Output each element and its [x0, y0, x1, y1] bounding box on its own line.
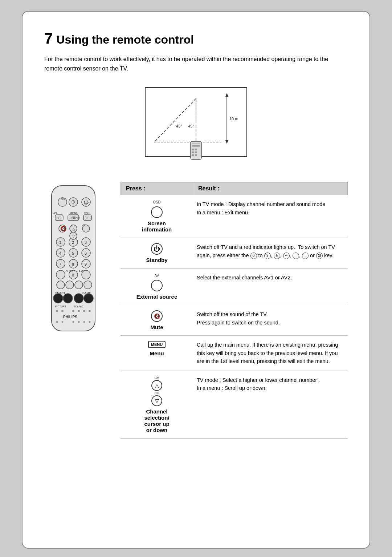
osd-label: OSD [153, 200, 161, 204]
svg-text:◁: ◁ [57, 215, 61, 220]
svg-text:🔇: 🔇 [60, 226, 67, 232]
press-label-external: External source [136, 294, 177, 300]
osd-icon [151, 206, 163, 218]
svg-text:▽: ▽ [72, 234, 75, 238]
svg-text:SURF: SURF [66, 270, 73, 273]
table-header: Press : Result : [121, 182, 348, 195]
svg-rect-19 [192, 154, 194, 156]
circle2-icon [302, 253, 309, 259]
result-cell-screen: In TV mode : Display channel number and … [193, 200, 348, 233]
svg-text:7: 7 [59, 262, 61, 266]
svg-point-67 [82, 270, 90, 279]
result-cell-external: Select the external channels AV1 or AV2. [193, 274, 348, 300]
svg-text:5: 5 [72, 251, 74, 255]
circled-0: 0 [250, 253, 257, 259]
svg-point-62 [56, 270, 65, 279]
menu-icon: MENU [148, 341, 166, 348]
svg-point-87 [56, 321, 58, 323]
table-row: CH △ CH ▽ Channelselection/cursor upor d… [121, 371, 348, 439]
svg-rect-17 [192, 152, 194, 153]
svg-text:⊕: ⊕ [71, 199, 75, 205]
table-row: OSD Screeninformation In TV mode : Displ… [121, 195, 348, 238]
ch-label-up: CH [155, 376, 159, 380]
power2-icon: ⏻ [316, 253, 323, 259]
svg-point-70 [75, 281, 83, 289]
svg-point-81 [61, 310, 64, 312]
svg-rect-15 [192, 149, 194, 150]
ch-down-arrow: ▽ [151, 395, 162, 406]
svg-text:3: 3 [85, 240, 87, 245]
svg-text:45°: 45° [176, 124, 182, 128]
svg-rect-18 [195, 152, 197, 153]
svg-text:45°: 45° [188, 124, 194, 128]
ch-up-arrow: △ [151, 380, 162, 391]
ch-label-down: CH [155, 391, 159, 395]
table-row: ⏻ Standby Switch off TV and a red indica… [121, 238, 348, 269]
svg-point-74 [53, 294, 63, 303]
svg-text:△: △ [72, 227, 75, 231]
av-icon [151, 280, 163, 291]
result-cell-channel: TV mode : Select a higher or lower chann… [193, 376, 348, 433]
circled-9: 9 [264, 253, 271, 259]
power-icon: ⏻ [151, 243, 163, 255]
remote-container: OSD ⊕ ⏻ VOL ◁ MENU MENU VOL ▷ 🔇 [44, 182, 110, 336]
press-cell-external: AV External source [121, 274, 193, 300]
svg-text:▷: ▷ [85, 215, 89, 220]
mute-icon: 🔇 [151, 310, 163, 322]
svg-text:8: 8 [72, 262, 74, 266]
press-cell-channel: CH △ CH ▽ Channelselection/cursor upor d… [121, 376, 193, 433]
svg-point-68 [57, 281, 65, 289]
svg-text:SOUND: SOUND [74, 305, 83, 308]
diagram-area: 45° 45° 10 m [44, 84, 348, 167]
press-label-standby: Standby [146, 257, 167, 263]
result-header: Result : [193, 182, 348, 195]
av-label: AV [155, 274, 159, 278]
result-cell-standby: Switch off TV and a red indicator lights… [193, 243, 348, 263]
table-row: 🔇 Mute Switch off the sound of the TV. P… [121, 305, 348, 336]
svg-point-88 [62, 321, 64, 323]
svg-text:PHILIPS: PHILIPS [63, 315, 77, 319]
section-title: Using the remote control [56, 33, 194, 47]
svg-rect-20 [195, 154, 197, 156]
svg-text:⏻: ⏻ [83, 199, 89, 205]
svg-text:2: 2 [72, 240, 74, 245]
svg-point-92 [89, 321, 91, 323]
press-label-menu: Menu [150, 350, 164, 356]
svg-text:9: 9 [85, 262, 87, 266]
diagram-svg: 45° 45° 10 m [134, 84, 258, 167]
svg-point-85 [89, 310, 91, 312]
svg-text:MENU: MENU [70, 211, 78, 215]
press-header: Press : [121, 182, 193, 195]
svg-point-43 [82, 225, 90, 232]
svg-point-83 [78, 310, 80, 312]
channel-icon: CH △ CH ▽ [151, 376, 162, 406]
result-cell-mute: Switch off the sound of the TV. Press ag… [193, 310, 348, 330]
svg-text:6: 6 [85, 251, 87, 255]
press-cell-mute: 🔇 Mute [121, 310, 193, 330]
svg-point-69 [66, 281, 74, 289]
svg-point-84 [83, 310, 85, 312]
svg-point-90 [78, 321, 80, 323]
svg-text:4: 4 [59, 251, 61, 255]
table-row: MENU Menu Call up the main menu. If ther… [121, 336, 348, 371]
svg-text:VOL: VOL [53, 212, 58, 214]
section-number: 7 [44, 30, 53, 47]
svg-point-82 [72, 310, 74, 312]
table-area: Press : Result : OSD Screeninformation I… [121, 182, 348, 438]
svg-text:VOL: VOL [84, 212, 89, 214]
svg-rect-16 [195, 149, 197, 150]
table-row: AV External source Select the external c… [121, 269, 348, 305]
intro-text: For the remote control to work effective… [44, 55, 342, 73]
main-content: OSD ⊕ ⏻ VOL ◁ MENU MENU VOL ▷ 🔇 [44, 182, 348, 438]
back-icon: ⇐ [283, 253, 290, 259]
svg-point-80 [56, 310, 58, 312]
press-label-channel: Channelselection/cursor upor down [144, 408, 169, 433]
svg-point-75 [63, 294, 73, 303]
svg-point-91 [83, 321, 85, 323]
svg-point-77 [84, 294, 93, 303]
press-label-screen: Screeninformation [142, 220, 172, 233]
circle-icon [293, 253, 299, 259]
svg-text:10 m: 10 m [229, 117, 238, 121]
press-cell-screen: OSD Screeninformation [121, 200, 193, 233]
svg-text:MENU: MENU [70, 216, 80, 219]
